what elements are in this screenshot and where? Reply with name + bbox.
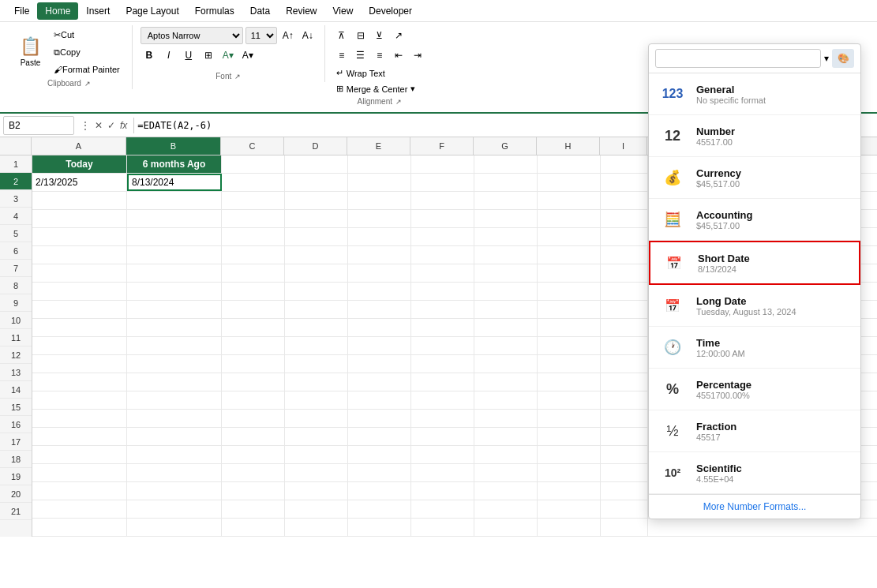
cell-r10-c4[interactable] [285,319,348,336]
col-header-f[interactable]: F [410,137,474,155]
cell-r9-c6[interactable] [411,301,474,318]
cell-r18-c8[interactable] [538,464,601,481]
row-num-6[interactable]: 6 [0,242,32,260]
format-item-short_date[interactable]: 📅Short Date8/13/2024 [649,241,860,285]
row-num-9[interactable]: 9 [0,294,32,312]
cell-r12-c3[interactable] [222,355,285,373]
row-num-3[interactable]: 3 [0,190,32,208]
cell-r14-c9[interactable] [601,391,648,409]
font-name-select[interactable]: Aptos Narrow [141,27,243,44]
cell-r8-c4[interactable] [285,283,348,300]
cell-r1-c8[interactable] [538,155,601,173]
cell-r2-c4[interactable] [285,174,348,191]
cell-r4-c3[interactable] [222,210,285,227]
cell-r18-c6[interactable] [411,464,474,481]
align-right-button[interactable]: ≡ [371,47,388,64]
format-painter-button[interactable]: 🖌 Format Painter [50,62,124,77]
cell-r20-c7[interactable] [474,500,538,518]
cell-r7-c2[interactable] [127,264,222,282]
col-header-c[interactable]: C [221,137,284,155]
cell-r20-c3[interactable] [222,500,285,518]
cell-r21-c4[interactable] [285,519,348,536]
clipboard-expand-icon[interactable]: ↗ [84,80,91,88]
cell-r8-c6[interactable] [411,283,474,300]
cell-r18-c5[interactable] [348,464,411,481]
cell-r7-c4[interactable] [285,264,348,282]
cell-r1-c7[interactable] [474,155,538,173]
cell-r11-c1[interactable] [32,337,127,354]
cell-r13-c4[interactable] [285,373,348,391]
cell-r11-c7[interactable] [474,337,538,354]
format-item-scientific[interactable]: 10²Scientific4.55E+04 [649,452,860,494]
confirm-formula-icon[interactable]: ✓ [107,120,115,131]
cell-r3-c1[interactable] [32,192,127,209]
cell-r12-c1[interactable] [32,355,127,373]
dropdown-chevron-icon[interactable]: ▾ [824,53,829,64]
cell-r7-c7[interactable] [474,264,538,282]
cell-r18-c1[interactable] [32,464,127,481]
cell-r2-c6[interactable] [411,174,474,191]
cell-r11-c3[interactable] [222,337,285,354]
cell-r13-c7[interactable] [474,373,538,391]
cell-r3-c9[interactable] [601,192,648,209]
cell-r12-c2[interactable] [127,355,222,373]
cell-r8-c8[interactable] [538,283,601,300]
cell-r4-c2[interactable] [127,210,222,227]
col-header-e[interactable]: E [347,137,410,155]
row-num-17[interactable]: 17 [0,433,32,451]
format-item-percentage[interactable]: %Percentage4551700.00% [649,369,860,410]
cell-r4-c7[interactable] [474,210,538,227]
color-theme-button[interactable]: 🎨 [832,49,854,68]
cell-r9-c9[interactable] [601,301,648,318]
cell-r9-c5[interactable] [348,301,411,318]
cell-r18-c3[interactable] [222,464,285,481]
row-num-18[interactable]: 18 [0,451,32,468]
cell-r3-c4[interactable] [285,192,348,209]
cell-r12-c6[interactable] [411,355,474,373]
cell-r9-c4[interactable] [285,301,348,318]
cell-r19-c9[interactable] [601,482,648,500]
cell-r16-c8[interactable] [538,428,601,445]
cell-r6-c5[interactable] [348,246,411,264]
cell-r1-c3[interactable] [222,155,285,173]
cell-r1-c6[interactable] [411,155,474,173]
cell-r3-c6[interactable] [411,192,474,209]
decrease-font-button[interactable]: A↓ [299,27,317,44]
cell-r15-c3[interactable] [222,410,285,427]
cell-r14-c4[interactable] [285,391,348,409]
row-num-15[interactable]: 15 [0,399,32,416]
cell-r2-c3[interactable] [222,174,285,191]
cell-r9-c8[interactable] [538,301,601,318]
col-header-h[interactable]: H [537,137,600,155]
cell-r17-c1[interactable] [32,446,127,463]
cell-r9-c1[interactable] [32,301,127,318]
cell-r7-c6[interactable] [411,264,474,282]
paste-button[interactable]: 📋 Paste [14,30,47,74]
cell-r3-c3[interactable] [222,192,285,209]
cell-r3-c8[interactable] [538,192,601,209]
cell-r20-c2[interactable] [127,500,222,518]
cell-r5-c7[interactable] [474,228,538,245]
cell-r19-c3[interactable] [222,482,285,500]
cell-r19-c2[interactable] [127,482,222,500]
cell-r20-c4[interactable] [285,500,348,518]
menu-item-developer[interactable]: Developer [361,2,420,20]
row-num-8[interactable]: 8 [0,277,32,294]
cell-r17-c8[interactable] [538,446,601,463]
cell-r6-c2[interactable] [127,246,222,264]
cell-r1-c2[interactable]: 6 months Ago [127,155,222,173]
cell-r16-c5[interactable] [348,428,411,445]
cell-r14-c6[interactable] [411,391,474,409]
cell-r5-c6[interactable] [411,228,474,245]
cell-r12-c9[interactable] [601,355,648,373]
cell-r16-c9[interactable] [601,428,648,445]
cell-r19-c7[interactable] [474,482,538,500]
cell-r17-c7[interactable] [474,446,538,463]
fill-color-button[interactable]: A▾ [219,47,237,64]
cell-r15-c4[interactable] [285,410,348,427]
more-formats-link[interactable]: More Number Formats... [703,501,807,512]
cell-r5-c8[interactable] [538,228,601,245]
cell-r18-c4[interactable] [285,464,348,481]
cell-r17-c9[interactable] [601,446,648,463]
cell-r14-c7[interactable] [474,391,538,409]
